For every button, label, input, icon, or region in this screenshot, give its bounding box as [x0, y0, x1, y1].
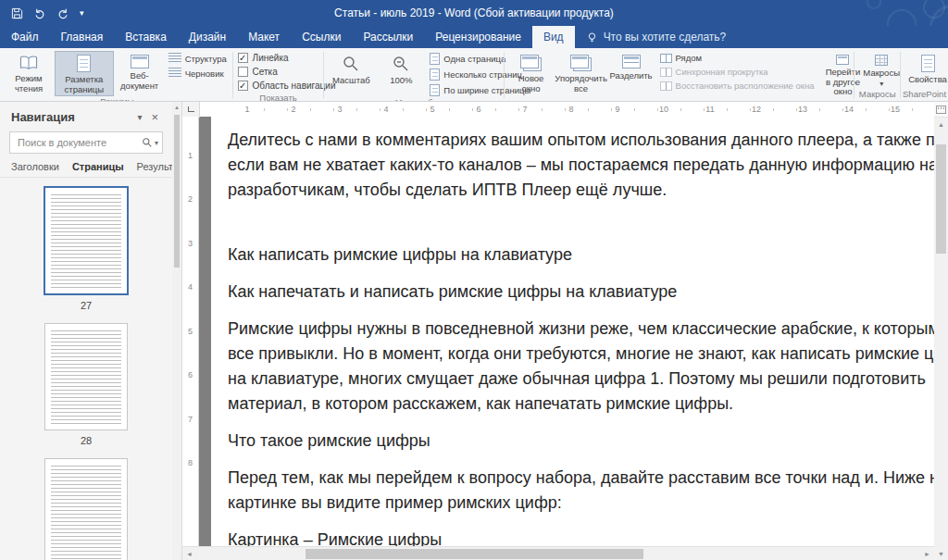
nav-pane-scrollbar[interactable]: ▲ [172, 102, 182, 560]
document-canvas: Делитесь с нами в комментариях вашим опы… [200, 117, 934, 546]
ribbon-group-show: ✓ Линейка Сетка ✓ Область навигации Пока… [233, 49, 324, 101]
tab-design[interactable]: Дизайн [178, 26, 237, 48]
customize-qat-icon[interactable]: ▾ [80, 8, 84, 18]
read-mode-button[interactable]: Режим чтения [5, 51, 53, 95]
draft-icon [168, 68, 181, 79]
scroll-up-icon[interactable]: ▲ [172, 102, 181, 113]
redo-icon[interactable] [56, 7, 69, 19]
one-page-icon [430, 53, 440, 65]
heading-paragraph: Как написать римские цифры на клавиатуре [228, 243, 934, 268]
properties-icon [921, 55, 935, 72]
page-width-icon [430, 84, 440, 96]
tab-home[interactable]: Главная [50, 26, 115, 48]
outline-view-button[interactable]: Структура [166, 52, 230, 65]
quick-access-toolbar: ▾ [0, 7, 84, 19]
document-search-box[interactable]: ▾ [9, 131, 163, 154]
new-window-button[interactable]: Новое окно [507, 51, 555, 95]
ribbon-group-macros: Макросы ▾ Макросы [854, 49, 900, 101]
vertical-ruler: 12345678 [182, 117, 199, 560]
tab-view[interactable]: Вид [532, 26, 575, 48]
empty-paragraph [228, 215, 934, 230]
macros-icon [875, 55, 888, 66]
undo-icon[interactable] [33, 7, 46, 19]
navigation-pane: Навигация ▾ × ▾ Заголовки Страницы Резул… [0, 102, 173, 560]
zoom-100-button[interactable]: 100% [377, 51, 425, 88]
web-layout-button[interactable]: Веб-документ [116, 51, 164, 93]
page-thumbnail-27[interactable] [44, 186, 129, 295]
reset-window-icon [660, 81, 672, 91]
tell-me-box[interactable]: Что вы хотите сделать? [575, 26, 738, 48]
ribbon-group-window: Новое окно Упорядочить все Разделить Ряд… [505, 49, 854, 101]
nav-tab-results[interactable]: Результаты [137, 161, 173, 177]
ribbon-group-zoom: Масштаб 100% Одна страница Несколько стр… [324, 49, 503, 101]
nav-pane-menu-icon[interactable]: ▾ [132, 112, 146, 122]
vertical-scrollbar-thumb[interactable] [936, 144, 946, 254]
vertical-scrollbar[interactable]: ▲ ▼ [934, 102, 948, 560]
heading-paragraph: Как напечатать и написать римские цифры … [228, 280, 934, 305]
navigation-pane-title: Навигация [11, 110, 132, 124]
page-thumbnail-28[interactable] [44, 323, 128, 430]
search-options-icon[interactable]: ▾ [155, 139, 158, 147]
nav-tab-pages[interactable]: Страницы [72, 161, 124, 177]
tab-references[interactable]: Ссылки [291, 26, 352, 48]
magnifier-icon [342, 55, 360, 73]
search-icon [142, 137, 153, 148]
scroll-right-icon[interactable]: ► [920, 547, 934, 560]
macros-button[interactable]: Макросы ▾ [857, 51, 905, 89]
arrange-all-button[interactable]: Упорядочить все [557, 51, 605, 95]
nav-pane-close-icon[interactable]: × [146, 110, 163, 124]
switch-windows-icon [836, 55, 849, 65]
tab-selector-button[interactable] [182, 102, 200, 117]
page-thumbnail-list: 27 28 [0, 178, 172, 560]
group-label-show: Показать [233, 93, 324, 102]
draft-view-button[interactable]: Черновик [166, 67, 230, 80]
navigation-pane-checkbox[interactable]: ✓ Область навигации [236, 79, 338, 93]
tab-file[interactable]: Файл [0, 26, 50, 48]
reset-window-position-button: Восстановить расположение окна [657, 80, 817, 92]
arrange-all-icon [570, 55, 589, 68]
tab-insert[interactable]: Вставка [114, 26, 178, 48]
ruler-toggle-button[interactable] [934, 102, 948, 118]
ruler-numbers: 123456789101112131415 [200, 102, 934, 117]
page-icon [77, 55, 91, 72]
scroll-up-icon[interactable]: ▲ [934, 118, 948, 131]
page-thumbnail-29[interactable] [44, 458, 128, 560]
ribbon-tab-row: Файл Главная Вставка Дизайн Макет Ссылки… [0, 26, 948, 48]
nav-tab-headings[interactable]: Заголовки [11, 161, 59, 177]
checkbox-checked-icon: ✓ [238, 81, 248, 91]
title-bar: ▾ Статьи - июль 2019 - Word (Сбой актива… [0, 0, 948, 26]
tab-mailings[interactable]: Рассылки [352, 26, 424, 48]
properties-button[interactable]: Свойства [904, 51, 948, 87]
scroll-left-icon[interactable]: ◄ [182, 547, 196, 560]
paragraph: Перед тем, как мы перейдем к вопросу наб… [228, 466, 934, 516]
horizontal-scrollbar-thumb[interactable] [306, 549, 643, 559]
multiple-pages-icon [430, 68, 440, 81]
outline-icon [168, 53, 181, 64]
group-label-macros: Макросы [854, 89, 900, 101]
zoom-button[interactable]: Масштаб [327, 51, 375, 88]
horizontal-ruler: 123456789101112131415 [182, 102, 934, 118]
paragraph: Римские цифры нужны в повседневной жизни… [228, 317, 934, 417]
split-icon [622, 55, 641, 68]
group-label-sharepoint: SharePoint [901, 89, 946, 101]
tab-layout[interactable]: Макет [237, 26, 291, 48]
new-window-icon [520, 55, 539, 68]
print-layout-button[interactable]: Разметка страницы [55, 51, 114, 96]
checkbox-empty-icon [238, 67, 248, 77]
save-icon[interactable] [11, 7, 23, 19]
search-input[interactable] [16, 136, 142, 149]
tab-review[interactable]: Рецензирование [424, 26, 532, 48]
checkbox-checked-icon: ✓ [238, 53, 248, 63]
side-by-side-button[interactable]: Рядом [657, 52, 817, 64]
web-page-icon [131, 55, 149, 68]
split-button[interactable]: Разделить [607, 51, 655, 83]
ribbon-group-sharepoint: Свойства SharePoint [901, 49, 946, 101]
nav-scrollbar-thumb[interactable] [174, 115, 180, 268]
scroll-down-icon[interactable]: ▼ [934, 547, 948, 560]
document-page[interactable]: Делитесь с нами в комментариях вашим опы… [211, 117, 934, 546]
gridlines-checkbox[interactable]: Сетка [236, 65, 280, 79]
navigation-tabs: Заголовки Страницы Результаты [0, 154, 172, 178]
magnifier-100-icon [392, 55, 410, 73]
ruler-checkbox[interactable]: ✓ Линейка [236, 51, 291, 65]
horizontal-scrollbar[interactable]: ◄ ► [182, 546, 934, 560]
